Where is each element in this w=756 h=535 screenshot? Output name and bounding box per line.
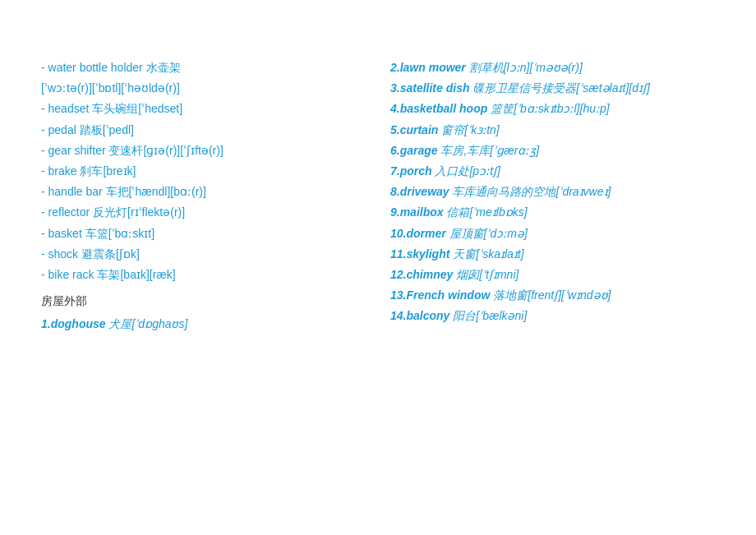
item-lawn-mower: 2.lawn mower 割草机[lɔːn][ˈməʊə(r)] [390,58,715,78]
item-dormer: 10.dormer 屋顶窗[ˈdɔːmə] [390,224,715,244]
item-reflector: - reflector 反光灯[rɪˈflektə(r)] [41,202,366,223]
item-water-bottle-holder: - water bottle holder 水壶架 [41,58,366,78]
section-house-exterior: 房屋外部 [41,288,366,314]
item-pedal: - pedal 踏板[ˈpedl] [41,120,366,141]
item-garage: 6.garage 车房,车库[ˈɡærɑːʒ] [390,141,715,161]
main-content: - water bottle holder 水壶架 [ˈwɔːtə(r)][ˈb… [41,58,715,334]
item-doghouse: 1.doghouse 犬屋[ˈdɒghaʊs] [41,314,366,334]
item-driveway: 8.driveway 车库通向马路的空地[ˈdraɪvweɪ] [390,182,715,202]
item-satellite-dish: 3.satellite dish 碟形卫星信号接受器[ˈsætəlaɪt][dɪ… [390,78,715,99]
item-skylight: 11.skylight 天窗[ˈskaɪlaɪt] [390,244,715,265]
left-column: - water bottle holder 水壶架 [ˈwɔːtə(r)][ˈb… [41,58,382,334]
item-brake: - brake 刹车[breɪk] [41,161,366,182]
item-headset: - headset 车头碗组[ˈhedset] [41,99,366,119]
item-gear-shifter: - gear shifter 变速杆[ɡɪə(r)][ˈʃɪftə(r)] [41,141,366,161]
item-chimney: 12.chimney 烟囱[ˈtʃɪmni] [390,265,715,285]
item-basket: - basket 车篮[ˈbɑːskɪt] [41,224,366,244]
item-curtain: 5.curtain 窗帘[ˈkɜːtn] [390,120,715,141]
item-balcony: 14.balcony 阳台[ˈbælkəni] [390,306,715,326]
item-mailbox: 9.mailbox 信箱[ˈmeɪlbɒks] [390,202,715,223]
item-basketball-hoop: 4.basketball hoop 篮筐[ˈbɑːskɪtbɔːl][huːp] [390,99,715,119]
item-bike-rack: - bike rack 车架[baɪk][ræk] [41,265,366,285]
item-shock: - shock 避震条[ʃɒk] [41,244,366,265]
right-column: 2.lawn mower 割草机[lɔːn][ˈməʊə(r)] 3.satel… [382,58,715,334]
item-water-bottle-holder-phonetic: [ˈwɔːtə(r)][ˈbɒtl][ˈhəʊldə(r)] [41,78,366,99]
item-porch: 7.porch 入口处[pɔːtʃ] [390,161,715,182]
item-french-window: 13.French window 落地窗[frentʃ][ˈwɪndəʊ] [390,285,715,306]
item-handle-bar: - handle bar 车把[ˈhændl][bɑː(r)] [41,182,366,202]
